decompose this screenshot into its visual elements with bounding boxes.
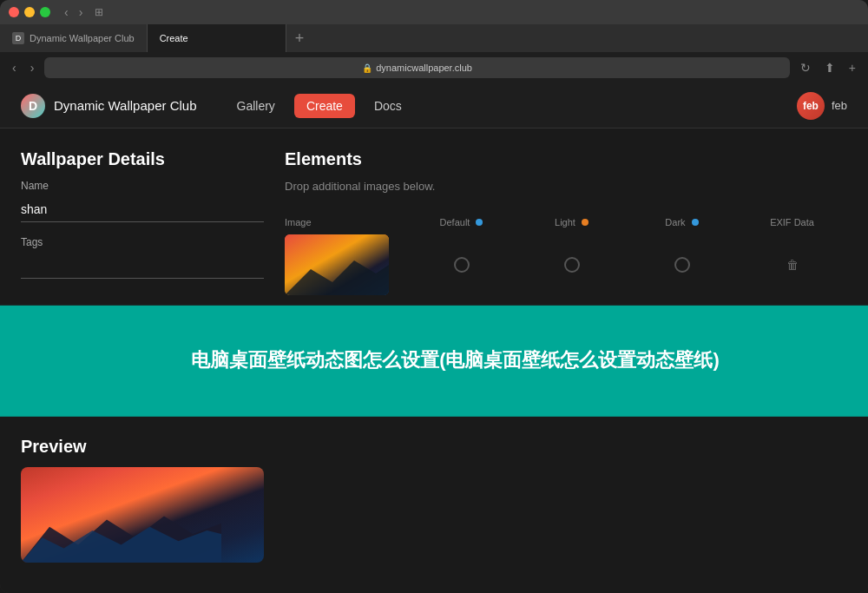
overlay-text: 电脑桌面壁纸动态图怎么设置(电脑桌面壁纸怎么设置动态壁纸) — [191, 349, 720, 371]
avatar-initials: feb — [803, 100, 819, 112]
thumbnail-1 — [285, 234, 389, 295]
row1-light[interactable] — [516, 257, 627, 273]
tags-input[interactable] — [21, 254, 264, 279]
row1-actions: 🗑 — [737, 258, 847, 272]
maximize-button[interactable] — [40, 7, 50, 17]
logo-letter: D — [29, 99, 37, 113]
light-dot — [582, 219, 589, 226]
section-title-wallpaper: Wallpaper Details — [21, 149, 264, 169]
address-bar-row: ‹ › 🔒 dynamicwallpaper.club ↻ ⬆ + — [0, 52, 868, 83]
bookmark-button[interactable]: + — [845, 61, 859, 75]
new-tab-button[interactable]: + — [286, 24, 313, 52]
name-field-group: Name — [21, 180, 264, 222]
tags-field-group: Tags — [21, 236, 264, 279]
default-dot — [476, 219, 483, 226]
tab-favicon-1: D — [12, 32, 24, 44]
address-text: dynamicwallpaper.club — [376, 63, 472, 73]
col-header-dark: Dark — [627, 217, 737, 227]
tags-label: Tags — [21, 236, 264, 248]
col-header-exif: EXIF Data — [737, 217, 847, 227]
wallpaper-details-section: Wallpaper Details Name Tags — [21, 149, 264, 293]
address-bar[interactable]: 🔒 dynamicwallpaper.club — [44, 57, 789, 78]
name-input[interactable] — [21, 197, 264, 222]
browser-frame: ‹ › ⊞ D Dynamic Wallpaper Club Create + … — [0, 0, 868, 593]
preview-title: Preview — [21, 437, 264, 457]
reload-button[interactable]: ↻ — [797, 61, 814, 75]
back-button[interactable]: ‹ — [61, 5, 72, 19]
col-header-default: Default — [406, 217, 516, 227]
row1-default[interactable] — [406, 257, 516, 273]
share-button[interactable]: ⬆ — [821, 61, 838, 75]
elements-column-headers: Image Default Light Dark EXIF Data — [285, 217, 847, 227]
elements-header: Elements Drop additional images below. — [285, 149, 847, 207]
logo-area: D Dynamic Wallpaper Club — [21, 94, 197, 118]
browser-nav-buttons: ‹ › — [61, 5, 86, 19]
col-header-light: Light — [516, 217, 627, 227]
create-link[interactable]: Create — [294, 94, 355, 118]
overlay-banner: 电脑桌面壁纸动态图怎么设置(电脑桌面壁纸怎么设置动态壁纸) — [0, 305, 868, 416]
tab-create[interactable]: Create — [148, 24, 286, 52]
window-icon-button[interactable]: ⊞ — [95, 6, 103, 18]
browser-back-btn[interactable]: ‹ — [9, 61, 20, 75]
row1-dark[interactable] — [627, 257, 737, 273]
tab-label-1: Dynamic Wallpaper Club — [30, 33, 135, 43]
preview-image — [21, 467, 264, 563]
delete-row1-icon[interactable]: 🗑 — [786, 258, 799, 272]
docs-link[interactable]: Docs — [362, 94, 414, 118]
name-label: Name — [21, 180, 264, 192]
radio-default-row1[interactable] — [454, 257, 470, 273]
browser-titlebar: ‹ › ⊞ — [0, 0, 868, 24]
browser-tabs: D Dynamic Wallpaper Club Create + — [0, 24, 868, 52]
radio-dark-row1[interactable] — [674, 257, 690, 273]
table-row: 🗑 — [285, 234, 847, 295]
gallery-link[interactable]: Gallery — [225, 94, 287, 118]
col-header-image: Image — [285, 217, 406, 227]
nav-avatar: feb feb — [797, 92, 847, 120]
radio-light-row1[interactable] — [564, 257, 580, 273]
app-nav: D Dynamic Wallpaper Club Gallery Create … — [0, 83, 868, 128]
logo-icon: D — [21, 94, 45, 118]
logo-text: Dynamic Wallpaper Club — [54, 98, 197, 113]
close-button[interactable] — [9, 7, 19, 17]
main-area: Wallpaper Details Name Tags Select Mode … — [0, 128, 868, 593]
minimize-button[interactable] — [24, 7, 35, 17]
app-content: D Dynamic Wallpaper Club Gallery Create … — [0, 83, 868, 593]
lock-icon: 🔒 — [362, 63, 372, 73]
tab-dynamic-wallpaper[interactable]: D Dynamic Wallpaper Club — [0, 24, 148, 52]
avatar[interactable]: feb — [797, 92, 825, 120]
nav-links: Gallery Create Docs — [225, 94, 414, 118]
preview-section: Preview — [21, 437, 264, 563]
drop-zone-text: Drop additional images below. — [285, 180, 847, 193]
section-title-elements: Elements — [285, 149, 847, 169]
browser-forward-btn[interactable]: › — [27, 61, 38, 75]
avatar-name: feb — [832, 99, 847, 112]
forward-button[interactable]: › — [76, 5, 87, 19]
dark-dot — [692, 219, 699, 226]
tab-label-2: Create — [160, 33, 188, 43]
